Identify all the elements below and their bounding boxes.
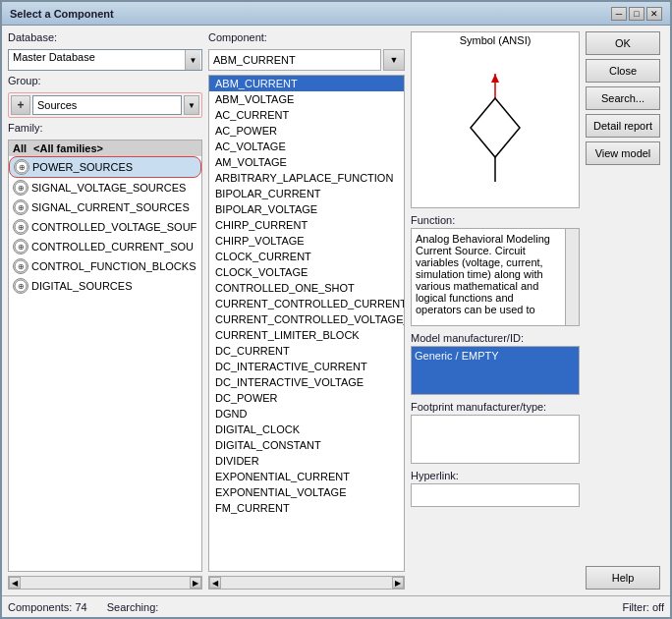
component-input[interactable]: [208, 49, 381, 71]
svg-text:⊕: ⊕: [19, 163, 26, 172]
group-dropdown-arrow: ▼: [184, 95, 199, 115]
mid-scroll-right[interactable]: ▶: [392, 577, 404, 589]
comp-item[interactable]: CURRENT_CONTROLLED_CURRENT_S: [209, 296, 404, 311]
left-scroll-left[interactable]: ◀: [9, 577, 21, 589]
left-scroll-right[interactable]: ▶: [190, 577, 201, 589]
comp-item[interactable]: CONTROLLED_ONE_SHOT: [209, 280, 404, 296]
ok-button[interactable]: OK: [586, 31, 660, 55]
action-buttons: OK Close Search... Detail report View mo…: [586, 31, 664, 590]
family-label: Family:: [8, 122, 202, 134]
comp-item[interactable]: CURRENT_LIMITER_BLOCK: [209, 327, 404, 343]
hyperlink-box: [411, 483, 580, 507]
comp-item[interactable]: EXPONENTIAL_CURRENT: [209, 469, 404, 484]
maximize-button[interactable]: □: [629, 7, 644, 21]
help-button[interactable]: Help: [586, 566, 660, 590]
svg-text:⊕: ⊕: [18, 243, 25, 252]
window-title: Select a Component: [10, 8, 114, 20]
family-item[interactable]: ⊕CONTROL_FUNCTION_BLOCKS: [9, 256, 201, 276]
function-text: Analog Behavioral Modeling Current Sourc…: [416, 233, 575, 315]
comp-item[interactable]: AM_VOLTAGE: [209, 154, 404, 170]
status-components: Components: 74: [8, 601, 87, 613]
title-bar: Select a Component ─ □ ✕: [2, 2, 670, 26]
function-label: Function:: [411, 214, 580, 226]
comp-item[interactable]: CURRENT_CONTROLLED_VOLTAGE_SC: [209, 311, 404, 327]
close-button[interactable]: Close: [586, 59, 660, 83]
comp-item[interactable]: DC_INTERACTIVE_VOLTAGE: [209, 374, 404, 390]
comp-item[interactable]: AC_POWER: [209, 123, 404, 139]
svg-text:⊕: ⊕: [18, 184, 25, 193]
comp-item[interactable]: DC_POWER: [209, 390, 404, 406]
right-main: Symbol (ANSI): [411, 31, 580, 590]
svg-text:⊕: ⊕: [18, 203, 25, 212]
family-item[interactable]: ⊕POWER_SOURCES: [9, 156, 201, 178]
function-scrollbar[interactable]: [565, 229, 579, 325]
comp-item[interactable]: AC_CURRENT: [209, 107, 404, 123]
middle-scrollbar[interactable]: ◀ ▶: [208, 576, 405, 590]
family-list: All<All families>⊕POWER_SOURCES⊕SIGNAL_V…: [8, 140, 202, 572]
comp-item[interactable]: DC_INTERACTIVE_CURRENT: [209, 359, 404, 374]
comp-item[interactable]: EXPONENTIAL_VOLTAGE: [209, 484, 404, 500]
group-label: Group:: [8, 75, 202, 86]
family-item[interactable]: ⊕CONTROLLED_CURRENT_SOU: [9, 237, 201, 256]
comp-item[interactable]: AC_VOLTAGE: [209, 139, 404, 154]
comp-item[interactable]: DC_CURRENT: [209, 343, 404, 359]
manufacturer-box: Generic / EMPTY: [411, 346, 580, 395]
svg-text:⊕: ⊕: [18, 282, 25, 291]
close-window-button[interactable]: ✕: [646, 7, 662, 21]
family-icon: ⊕: [14, 159, 29, 175]
comp-item[interactable]: DGND: [209, 406, 404, 422]
family-item[interactable]: ⊕DIGITAL_SOURCES: [9, 276, 201, 296]
manufacturer-section: Model manufacturer/ID: Generic / EMPTY: [411, 332, 580, 395]
family-item[interactable]: ⊕SIGNAL_CURRENT_SOURCES: [9, 197, 201, 217]
manufacturer-value: Generic / EMPTY: [415, 350, 499, 362]
family-icon: ⊕: [13, 199, 28, 215]
middle-panel: Component: ▼ ABM_CURRENTABM_VOLTAGEAC_CU…: [208, 31, 405, 590]
content-area: Database: Master Database ▼ Group: + Sou…: [2, 26, 670, 595]
comp-item[interactable]: ABM_CURRENT: [209, 76, 404, 91]
group-plus-button[interactable]: +: [11, 95, 30, 115]
comp-item[interactable]: BIPOLAR_VOLTAGE: [209, 201, 404, 217]
function-section: Function: Analog Behavioral Modeling Cur…: [411, 214, 580, 326]
search-button[interactable]: Search...: [586, 86, 660, 110]
right-panel: Symbol (ANSI): [411, 31, 664, 590]
comp-item[interactable]: ABM_VOLTAGE: [209, 91, 404, 107]
comp-item[interactable]: FM_CURRENT: [209, 500, 404, 516]
family-item[interactable]: ⊕SIGNAL_VOLTAGE_SOURCES: [9, 178, 201, 197]
detail-report-button[interactable]: Detail report: [586, 114, 660, 138]
symbol-title: Symbol (ANSI): [412, 32, 579, 48]
database-dropdown-wrapper: Master Database ▼: [8, 49, 202, 71]
view-model-button[interactable]: View model: [586, 141, 660, 165]
footprint-box: [411, 415, 580, 464]
comp-item[interactable]: CLOCK_CURRENT: [209, 249, 404, 264]
comp-item[interactable]: DIVIDER: [209, 453, 404, 469]
svg-text:⊕: ⊕: [18, 262, 25, 271]
family-item[interactable]: ⊕CONTROLLED_VOLTAGE_SOUF: [9, 217, 201, 237]
comp-item[interactable]: ARBITRARY_LAPLACE_FUNCTION: [209, 170, 404, 186]
comp-item[interactable]: CLOCK_VOLTAGE: [209, 264, 404, 280]
hyperlink-label: Hyperlink:: [411, 470, 580, 481]
comp-item[interactable]: BIPOLAR_CURRENT: [209, 186, 404, 201]
right-content: Symbol (ANSI): [411, 31, 664, 590]
hyperlink-section: Hyperlink:: [411, 470, 580, 507]
manufacturer-label: Model manufacturer/ID:: [411, 332, 580, 344]
comp-item[interactable]: CHIRP_CURRENT: [209, 217, 404, 233]
minimize-button[interactable]: ─: [611, 7, 627, 21]
component-list[interactable]: ABM_CURRENTABM_VOLTAGEAC_CURRENTAC_POWER…: [208, 75, 405, 572]
comp-item[interactable]: DIGITAL_CONSTANT: [209, 437, 404, 453]
symbol-area: Symbol (ANSI): [411, 31, 580, 208]
group-wrapper: + Sources ▼: [8, 92, 202, 118]
component-label: Component:: [208, 31, 405, 43]
family-item[interactable]: All<All families>: [9, 141, 201, 156]
family-icon: ⊕: [13, 258, 28, 274]
database-label: Database:: [8, 31, 202, 43]
left-scrollbar[interactable]: ◀ ▶: [8, 576, 202, 590]
family-icon: ⊕: [13, 180, 28, 196]
filter-button[interactable]: ▼: [383, 49, 405, 71]
main-window: Select a Component ─ □ ✕ Database: Maste…: [0, 0, 672, 619]
mid-scroll-left[interactable]: ◀: [209, 577, 221, 589]
status-bar: Components: 74 Searching: Filter: off: [2, 595, 670, 617]
database-dropdown[interactable]: Master Database: [8, 49, 202, 71]
comp-item[interactable]: DIGITAL_CLOCK: [209, 422, 404, 437]
comp-item[interactable]: CHIRP_VOLTAGE: [209, 233, 404, 249]
family-icon: ⊕: [13, 219, 28, 235]
